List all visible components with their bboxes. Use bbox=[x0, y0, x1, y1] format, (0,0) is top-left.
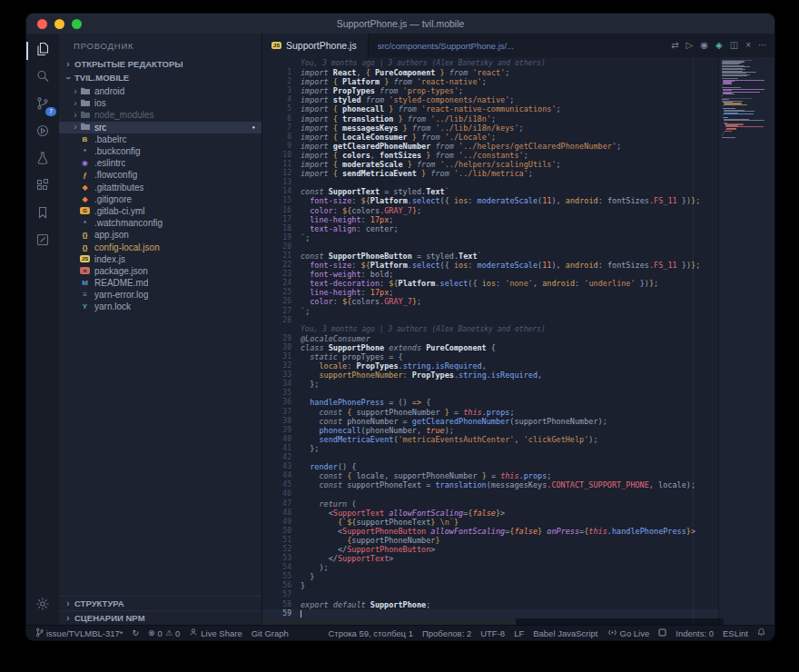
breadcrumb[interactable]: src/components/SupportPhone.js/... bbox=[378, 41, 665, 51]
tree-folder-android[interactable]: ›android bbox=[59, 85, 261, 97]
tree-file-README.md[interactable]: MREADME.md bbox=[59, 277, 261, 289]
tree-file-.buckconfig[interactable]: *.buckconfig bbox=[59, 145, 261, 157]
activity-explorer[interactable] bbox=[26, 37, 59, 64]
code-line-23[interactable]: 23 font-weight: bold; bbox=[262, 270, 724, 279]
code-line-53[interactable]: 53 </SupportText> bbox=[262, 554, 724, 563]
tree-file-yarn.lock[interactable]: Yyarn.lock bbox=[59, 301, 261, 312]
tree-file-.babelrc[interactable]: B.babelrc bbox=[59, 133, 261, 145]
zoom-window-button[interactable] bbox=[72, 19, 82, 29]
code-line-25[interactable]: 25 line-height: 17px; bbox=[262, 288, 724, 297]
extension-status-button[interactable] bbox=[658, 628, 666, 638]
code-line-1[interactable]: 1import React, { PureComponent } from 'r… bbox=[262, 68, 724, 77]
code-line-17[interactable]: 17 line-height: 17px; bbox=[262, 215, 724, 224]
scrollbar-thumb[interactable] bbox=[262, 618, 516, 625]
code-line-33[interactable]: 33 supportPhoneNumber: PropTypes.string.… bbox=[262, 371, 724, 380]
code-line-22[interactable]: 22 font-size: ${Platform.select({ ios: m… bbox=[262, 261, 724, 270]
branch-indicator[interactable]: issue/TVLMBL-317* bbox=[35, 628, 123, 639]
tree-file-.gitlab-ci.yml[interactable]: G.gitlab-ci.yml bbox=[59, 205, 261, 217]
activity-settings[interactable] bbox=[26, 592, 59, 619]
tree-folder-src[interactable]: ›src● bbox=[59, 122, 261, 133]
section-open-editors[interactable]: › ОТКРЫТЫЕ РЕДАКТОРЫ bbox=[59, 57, 261, 71]
code-line-3[interactable]: 3import PropTypes from 'prop-types'; bbox=[262, 86, 724, 95]
tree-file-.watchmanconfig[interactable]: *.watchmanconfig bbox=[59, 217, 261, 229]
tree-file-.gitignore[interactable]: ◆.gitignore bbox=[59, 193, 261, 205]
split-editor-button[interactable]: ◫ bbox=[730, 41, 738, 50]
code-line-40[interactable]: 40 sendMetricaEvent('metricaEventsAuthCe… bbox=[262, 435, 724, 444]
code-editor[interactable]: You, 3 months ago | 3 authors (Alex Bane… bbox=[262, 57, 774, 625]
tree-folder-ios[interactable]: ›ios bbox=[59, 97, 261, 109]
diff-button[interactable]: ⇄ bbox=[671, 41, 678, 50]
code-line-42[interactable]: 42 bbox=[262, 453, 724, 462]
code-line-18[interactable]: 18 text-align: center; bbox=[262, 224, 724, 233]
activity-search[interactable] bbox=[26, 64, 59, 92]
code-line-38[interactable]: 38 const phoneNumber = getClearedPhoneNu… bbox=[262, 417, 724, 426]
code-line-46[interactable]: 46 bbox=[262, 489, 724, 499]
code-line-39[interactable]: 39 phonecall(phoneNumber, true); bbox=[262, 426, 724, 435]
code-line-30[interactable]: 30class SupportPhone extends PureCompone… bbox=[262, 343, 724, 352]
code-line-50[interactable]: 50 <SupportPhoneButton allowFontScaling=… bbox=[262, 527, 724, 536]
code-line-47[interactable]: 47 return ( bbox=[262, 499, 724, 509]
section-npm-scripts[interactable]: › СЦЕНАРИИ NPM bbox=[59, 610, 261, 625]
code-line-55[interactable]: 55 } bbox=[262, 572, 724, 581]
code-line-20[interactable]: 20 bbox=[262, 242, 724, 252]
code-line-7[interactable]: 7import { messagesKeys } from '../lib/i1… bbox=[262, 124, 724, 133]
code-line-16[interactable]: 16 color: ${colors.GRAY_7}; bbox=[262, 206, 724, 215]
code-line-12[interactable]: 12import { sendMetricaEvent } from '../l… bbox=[262, 169, 724, 178]
code-line-54[interactable]: 54 ); bbox=[262, 563, 724, 572]
activity-run-debug[interactable] bbox=[26, 119, 59, 146]
code-line-29[interactable]: 29@LocaleConsumer bbox=[262, 334, 724, 343]
code-line-6[interactable]: 6import { translation } from '../lib/i18… bbox=[262, 114, 724, 124]
code-line-2[interactable]: 2import { Platform } from 'react-native'… bbox=[262, 77, 724, 86]
language-mode[interactable]: Babel JavaScript bbox=[533, 628, 597, 638]
tree-file-config-local.json[interactable]: {}config-local.json bbox=[59, 241, 261, 252]
code-line-11[interactable]: 11import { moderateScale } from '../help… bbox=[262, 160, 724, 169]
code-line-57[interactable]: 57 bbox=[262, 590, 724, 599]
code-line-15[interactable]: 15 font-size: ${Platform.select({ ios: m… bbox=[262, 196, 724, 205]
activity-testing[interactable] bbox=[26, 146, 59, 173]
test-button[interactable]: ◈ bbox=[715, 41, 723, 50]
tree-file-yarn-error.log[interactable]: ≡yarn-error.log bbox=[59, 289, 261, 301]
tree-file-.flowconfig[interactable]: ƒ.flowconfig bbox=[59, 169, 261, 181]
section-outline[interactable]: › СТРУКТУРА bbox=[59, 596, 261, 610]
code-line-19[interactable]: 19`; bbox=[262, 233, 724, 242]
code-line-56[interactable]: 56} bbox=[262, 581, 724, 590]
minimap[interactable] bbox=[718, 57, 774, 625]
eslint-status[interactable]: ESLint bbox=[723, 628, 748, 638]
live-share-button[interactable]: Live Share bbox=[189, 628, 242, 638]
tree-file-.eslintrc[interactable]: ◉.eslintrc bbox=[59, 157, 261, 169]
tab-supportphone-js[interactable]: JS SupportPhone.js bbox=[262, 34, 369, 57]
eol-indicator[interactable]: LF bbox=[514, 628, 524, 638]
code-line-35[interactable]: 35 bbox=[262, 389, 724, 398]
code-line-34[interactable]: 34 }; bbox=[262, 380, 724, 389]
code-line-58[interactable]: 58export default SupportPhone; bbox=[262, 600, 724, 609]
cursor-position[interactable]: Строка 59, столбец 1 bbox=[328, 628, 413, 638]
code-line-27[interactable]: 27`; bbox=[262, 307, 724, 316]
section-workspace[interactable]: › TVIL.MOBILE bbox=[59, 71, 261, 84]
encoding-indicator[interactable]: UTF-8 bbox=[480, 628, 505, 638]
git-graph-button[interactable]: Git Graph bbox=[252, 628, 289, 638]
code-line-52[interactable]: 52 </SupportPhoneButton> bbox=[262, 545, 724, 554]
activity-extensions[interactable] bbox=[26, 173, 59, 201]
code-line-51[interactable]: 51 {supportPhoneNumber} bbox=[262, 536, 724, 545]
code-line-21[interactable]: 21const SupportPhoneButton = styled.Text… bbox=[262, 252, 724, 261]
activity-bookmarks[interactable] bbox=[26, 201, 59, 228]
code-line-48[interactable]: 48 <SupportText allowFontScaling={false}… bbox=[262, 509, 724, 518]
sync-button[interactable]: ↻ bbox=[132, 629, 139, 637]
tree-file-package.json[interactable]: npackage.json bbox=[59, 265, 261, 277]
notifications-button[interactable] bbox=[757, 628, 765, 638]
run-button[interactable]: ▷ bbox=[686, 41, 694, 50]
code-line-24[interactable]: 24 text-decoration: ${Platform.select({ … bbox=[262, 279, 724, 288]
activity-source-control[interactable]: 7 bbox=[26, 92, 59, 119]
code-line-8[interactable]: 8import { LocaleConsumer } from './Local… bbox=[262, 133, 724, 142]
activity-notes[interactable] bbox=[26, 228, 59, 255]
code-line-32[interactable]: 32 locale: PropTypes.string.isRequired, bbox=[262, 361, 724, 371]
code-line-44[interactable]: 44 const { locale, supportPhoneNumber } … bbox=[262, 471, 724, 480]
code-line-26[interactable]: 26 color: ${colors.GRAY_7}; bbox=[262, 297, 724, 306]
indentation-indicator[interactable]: Пробелов: 2 bbox=[422, 628, 471, 638]
code-line-59[interactable]: 59 bbox=[262, 609, 724, 618]
code-line-41[interactable]: 41 }; bbox=[262, 444, 724, 453]
code-line-10[interactable]: 10import { colors, fontSizes } from '../… bbox=[262, 151, 724, 160]
code-line-43[interactable]: 43 render() { bbox=[262, 462, 724, 471]
code-line-45[interactable]: 45 const supportPhoneText = translation(… bbox=[262, 480, 724, 489]
code-line-37[interactable]: 37 const { supportPhoneNumber } = this.p… bbox=[262, 408, 724, 417]
